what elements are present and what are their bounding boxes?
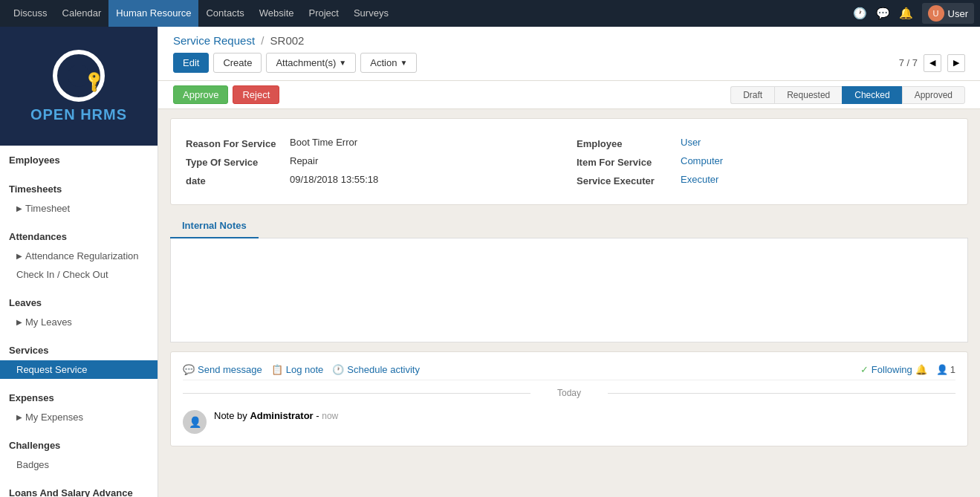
- toolbar-right: 7 / 7 ◀ ▶: [899, 54, 965, 72]
- send-message-button[interactable]: 💬 Send message: [183, 364, 262, 375]
- step-requested[interactable]: Requested: [774, 86, 842, 104]
- executer-label: Service Executer: [577, 174, 673, 186]
- user-label: User: [948, 8, 968, 19]
- sidebar-section-loans: Loans And Salary Advance: [0, 478, 158, 497]
- breadcrumb-current: SR002: [270, 34, 305, 47]
- employee-label: Employee: [577, 137, 673, 149]
- nav-item-discuss[interactable]: Discuss: [6, 0, 55, 27]
- tabs-section: Internal Notes: [170, 214, 968, 342]
- sidebar-item-check-in-out[interactable]: Check In / Check Out: [0, 265, 158, 284]
- clock-icon: 🕐: [332, 364, 344, 375]
- breadcrumb-parent[interactable]: Service Request: [173, 34, 255, 47]
- pager-prev-button[interactable]: ◀: [924, 54, 941, 72]
- date-label: date: [186, 174, 282, 186]
- top-nav-right: 🕐 💬 🔔 U User: [853, 3, 974, 24]
- sidebar-header-challenges[interactable]: Challenges: [0, 435, 158, 455]
- step-approved[interactable]: Approved: [902, 86, 965, 104]
- follower-count[interactable]: 👤 1: [936, 364, 955, 375]
- executer-value[interactable]: Executer: [681, 174, 718, 185]
- form-right-column: Employee User Item For Service Computer …: [577, 134, 953, 189]
- breadcrumb-separator: /: [261, 34, 264, 47]
- reason-row: Reason For Service Boot Time Error: [186, 134, 562, 152]
- tabs-header: Internal Notes: [170, 214, 968, 238]
- breadcrumb: Service Request / SR002: [173, 34, 965, 47]
- nav-item-human-resource[interactable]: Human Resource: [108, 0, 198, 27]
- nav-item-surveys[interactable]: Surveys: [346, 0, 396, 27]
- executer-row: Service Executer Executer: [577, 171, 953, 189]
- sidebar-item-request-service[interactable]: Request Service: [0, 360, 158, 379]
- form-card: Reason For Service Boot Time Error Type …: [170, 118, 968, 205]
- sidebar-header-attendances[interactable]: Attendances: [0, 227, 158, 247]
- sidebar-header-loans[interactable]: Loans And Salary Advance: [0, 483, 158, 497]
- sidebar-header-leaves[interactable]: Leaves: [0, 293, 158, 313]
- nav-item-contacts[interactable]: Contacts: [198, 0, 251, 27]
- page-header: Service Request / SR002 Edit Create Atta…: [158, 27, 980, 81]
- sidebar-item-timesheet[interactable]: ▶ Timesheet: [0, 199, 158, 218]
- schedule-activity-button[interactable]: 🕐 Schedule activity: [332, 364, 420, 375]
- create-button[interactable]: Create: [213, 53, 262, 73]
- message-author-name: Administrator: [250, 410, 313, 421]
- toolbar: Edit Create Attachment(s) ▼ Action ▼ 7 /…: [173, 53, 965, 73]
- user-avatar: U: [928, 5, 944, 22]
- tab-content-internal-notes: [170, 238, 968, 342]
- step-checked[interactable]: Checked: [842, 86, 901, 104]
- sidebar-section-services: Services Request Service: [0, 336, 158, 383]
- sidebar-section-attendances: Attendances ▶ Attendance Regularization …: [0, 222, 158, 288]
- pager-next-button[interactable]: ▶: [947, 54, 965, 72]
- message-row: 👤 Note by Administrator - now: [183, 406, 955, 438]
- sidebar-item-attendance-regularization[interactable]: ▶ Attendance Regularization: [0, 247, 158, 265]
- sidebar-section-challenges: Challenges Badges: [0, 431, 158, 478]
- sidebar-header-timesheets[interactable]: Timesheets: [0, 179, 158, 199]
- reason-label: Reason For Service: [186, 137, 282, 149]
- arrow-icon: ▶: [16, 252, 22, 260]
- bell-icon[interactable]: 🔔: [899, 7, 913, 20]
- person-icon: 👤: [936, 364, 948, 375]
- item-value[interactable]: Computer: [681, 155, 723, 166]
- employee-row: Employee User: [577, 134, 953, 152]
- message-icon: 💬: [183, 364, 195, 375]
- sidebar: 🔑 OPEN HRMS Employees Timesheets ▶ Times…: [0, 27, 158, 497]
- clock-icon[interactable]: 🕐: [853, 7, 867, 20]
- chatter-right: ✓ Following 🔔 👤 1: [860, 364, 955, 375]
- user-menu[interactable]: U User: [922, 3, 974, 24]
- message-author-line: Note by Administrator - now: [214, 410, 955, 421]
- step-draft[interactable]: Draft: [730, 86, 774, 104]
- status-bar: Approve Reject Draft Requested Checked A…: [158, 81, 980, 109]
- item-row: Item For Service Computer: [577, 152, 953, 171]
- employee-value[interactable]: User: [681, 137, 701, 148]
- type-row: Type Of Service Repair: [186, 152, 562, 171]
- sidebar-section-expenses: Expenses ▶ My Expenses: [0, 383, 158, 431]
- nav-item-calendar[interactable]: Calendar: [55, 0, 109, 27]
- sidebar-header-expenses[interactable]: Expenses: [0, 388, 158, 408]
- note-icon: 📋: [271, 364, 283, 375]
- chatter-section: 💬 Send message 📋 Log note 🕐 Schedule act…: [170, 351, 968, 446]
- approve-button[interactable]: Approve: [173, 85, 228, 104]
- attachment-button[interactable]: Attachment(s) ▼: [266, 53, 356, 73]
- sidebar-item-my-leaves[interactable]: ▶ My Leaves: [0, 313, 158, 331]
- sidebar-header-employees[interactable]: Employees: [0, 150, 158, 170]
- nav-item-project[interactable]: Project: [301, 0, 345, 27]
- edit-button[interactable]: Edit: [173, 53, 209, 73]
- sidebar-header-services[interactable]: Services: [0, 340, 158, 360]
- reject-button[interactable]: Reject: [233, 85, 279, 104]
- status-steps: Draft Requested Checked Approved: [730, 86, 965, 104]
- sidebar-item-badges[interactable]: Badges: [0, 455, 158, 474]
- form-left-column: Reason For Service Boot Time Error Type …: [186, 134, 562, 189]
- content-area: Service Request / SR002 Edit Create Atta…: [158, 27, 980, 497]
- log-note-button[interactable]: 📋 Log note: [271, 364, 324, 375]
- type-value: Repair: [290, 155, 318, 166]
- sidebar-item-my-expenses[interactable]: ▶ My Expenses: [0, 408, 158, 426]
- arrow-icon: ▶: [16, 413, 22, 421]
- tab-internal-notes[interactable]: Internal Notes: [170, 214, 259, 238]
- date-row: date 09/18/2018 13:55:18: [186, 171, 562, 189]
- checkmark-icon: ✓: [860, 364, 869, 375]
- bell-small-icon: 🔔: [915, 364, 927, 375]
- chat-icon[interactable]: 💬: [876, 7, 890, 20]
- item-label: Item For Service: [577, 155, 673, 168]
- message-time: now: [322, 411, 338, 421]
- sidebar-section-timesheets: Timesheets ▶ Timesheet: [0, 175, 158, 222]
- arrow-icon: ▶: [16, 318, 22, 326]
- nav-item-website[interactable]: Website: [252, 0, 302, 27]
- following-button[interactable]: ✓ Following 🔔: [860, 364, 927, 375]
- action-button[interactable]: Action ▼: [360, 53, 417, 73]
